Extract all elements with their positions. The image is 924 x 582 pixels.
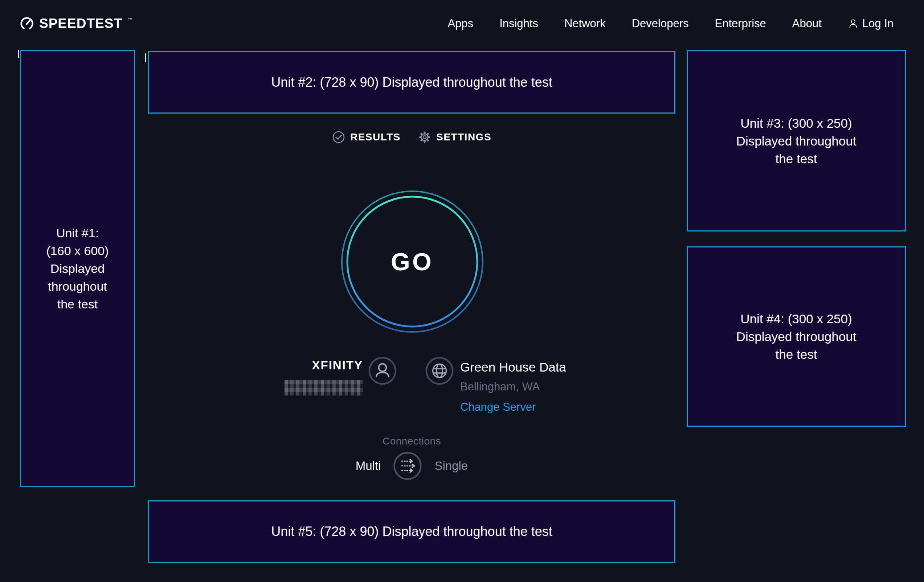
ad-unit-5-text: Unit #5: (728 x 90) Displayed throughout… bbox=[271, 524, 552, 539]
results-settings-tabs: RESULTS SETTINGS bbox=[148, 130, 675, 144]
ad-unit-1-line: Displayed bbox=[50, 260, 104, 278]
ad-unit-2-text: Unit #2: (728 x 90) Displayed throughout… bbox=[271, 75, 552, 90]
brand-name: SPEEDTEST bbox=[39, 16, 122, 31]
change-server-link[interactable]: Change Server bbox=[460, 401, 536, 414]
caret-artifact bbox=[18, 50, 19, 58]
ad-unit-3-line: Unit #3: (300 x 250) bbox=[740, 114, 852, 132]
main-nav: Apps Insights Network Developers Enterpr… bbox=[447, 17, 894, 30]
nav-link-network[interactable]: Network bbox=[564, 17, 606, 30]
tab-settings[interactable]: SETTINGS bbox=[418, 130, 492, 144]
server-globe-icon bbox=[425, 357, 454, 385]
nav-link-developers[interactable]: Developers bbox=[632, 17, 689, 30]
server-info: Green House Data Bellingham, WA Change S… bbox=[460, 360, 566, 414]
login-label: Log In bbox=[862, 17, 894, 30]
ad-unit-3[interactable]: Unit #3: (300 x 250) Displayed throughou… bbox=[686, 50, 906, 231]
trademark-mark: ™ bbox=[128, 17, 132, 23]
nav-link-enterprise[interactable]: Enterprise bbox=[714, 17, 766, 30]
ad-unit-1-line: Unit #1: bbox=[56, 224, 99, 242]
go-button[interactable]: GO bbox=[341, 190, 484, 333]
connections-toggle[interactable] bbox=[393, 452, 422, 480]
ad-unit-1-line: (160 x 600) bbox=[46, 242, 109, 260]
ad-unit-4-line: Unit #4: (300 x 250) bbox=[740, 310, 852, 328]
server-location: Bellingham, WA bbox=[460, 380, 566, 393]
person-icon bbox=[848, 18, 859, 29]
provider-user-icon bbox=[368, 357, 397, 385]
gear-icon bbox=[418, 130, 431, 144]
ad-unit-1-line: the test bbox=[57, 295, 98, 313]
speedtest-page: SPEEDTEST ™ Apps Insights Network Develo… bbox=[0, 0, 924, 582]
ad-unit-4-line: the test bbox=[776, 345, 817, 363]
server-name: Green House Data bbox=[460, 360, 566, 374]
ad-unit-3-line: the test bbox=[776, 150, 817, 168]
ad-unit-5[interactable]: Unit #5: (728 x 90) Displayed throughout… bbox=[148, 500, 675, 563]
ad-unit-1[interactable]: Unit #1: (160 x 600) Displayed throughou… bbox=[20, 50, 135, 487]
connections-row: Multi Single bbox=[148, 452, 675, 480]
connections-multi-label[interactable]: Multi bbox=[356, 459, 381, 473]
ad-unit-1-line: throughout bbox=[48, 278, 107, 295]
ad-unit-4[interactable]: Unit #4: (300 x 250) Displayed throughou… bbox=[686, 246, 906, 427]
nav-link-apps[interactable]: Apps bbox=[447, 17, 473, 30]
tab-results-label: RESULTS bbox=[350, 131, 401, 143]
nav-link-insights[interactable]: Insights bbox=[499, 17, 538, 30]
check-circle-icon bbox=[332, 130, 345, 144]
nav-link-about[interactable]: About bbox=[792, 17, 822, 30]
brand-logo[interactable]: SPEEDTEST ™ bbox=[20, 16, 132, 31]
header: SPEEDTEST ™ Apps Insights Network Develo… bbox=[0, 0, 924, 42]
go-label: GO bbox=[341, 190, 484, 333]
ad-unit-3-line: Displayed throughout bbox=[736, 132, 856, 150]
ad-unit-4-line: Displayed throughout bbox=[736, 328, 856, 345]
ad-unit-2[interactable]: Unit #2: (728 x 90) Displayed throughout… bbox=[148, 51, 675, 114]
connections-label: Connections bbox=[148, 435, 675, 447]
redacted-ip-blur bbox=[285, 380, 363, 396]
speedtest-gauge-icon bbox=[20, 16, 34, 31]
tab-settings-label: SETTINGS bbox=[436, 131, 492, 143]
provider-name: XFINITY bbox=[254, 358, 363, 372]
login-button[interactable]: Log In bbox=[848, 17, 894, 30]
tab-results[interactable]: RESULTS bbox=[332, 130, 401, 144]
connections-single-label[interactable]: Single bbox=[434, 459, 468, 473]
caret-artifact bbox=[145, 53, 146, 62]
